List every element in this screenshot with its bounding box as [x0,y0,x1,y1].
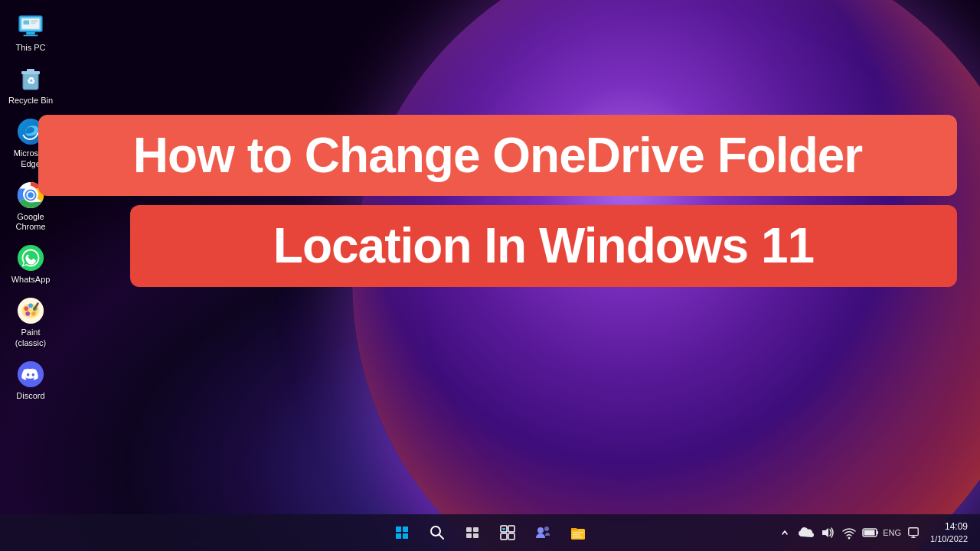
clock-date: 1/10/2022 [930,533,968,545]
svg-point-31 [431,527,440,536]
svg-point-24 [25,311,30,316]
svg-rect-28 [403,527,408,532]
banner-text-line1: How to Change OneDrive Folder [69,129,926,182]
svg-point-44 [544,527,549,531]
system-tray: ENG [776,523,923,542]
svg-rect-27 [396,527,401,532]
file-explorer-button[interactable] [562,517,594,549]
svg-rect-48 [573,536,582,538]
svg-rect-35 [466,533,472,538]
battery-tray-icon[interactable] [861,523,880,542]
svg-line-32 [439,535,443,539]
svg-rect-36 [473,533,479,538]
svg-rect-54 [909,528,918,536]
task-view-button[interactable] [456,517,488,549]
banner-text-line2: Location In Windows 11 [161,219,926,272]
volume-tray-icon[interactable] [818,523,837,542]
taskbar-right: ENG 14:09 1/10/2022 [776,520,974,545]
svg-rect-6 [31,20,38,21]
paint-classic-label: Paint (classic) [7,328,54,347]
svg-rect-53 [864,530,875,536]
svg-point-20 [24,307,28,311]
paint-classic-icon-image [15,295,46,326]
discord-icon-image [15,359,46,390]
display-tray-icon[interactable] [904,523,923,542]
taskbar: ENG 14:09 1/10/2022 [0,514,980,551]
svg-point-50 [848,537,851,540]
search-button[interactable] [421,517,453,549]
network-tray-icon[interactable] [840,523,858,542]
recycle-bin-icon-image: ♻ [15,64,46,94]
svg-rect-30 [403,533,408,539]
svg-point-43 [537,527,544,533]
discord-icon[interactable]: Discord [4,356,57,404]
tray-chevron-button[interactable] [776,523,794,542]
svg-text:♻: ♻ [27,76,35,86]
this-pc-icon[interactable]: This PC [4,8,57,56]
paint-classic-icon[interactable]: Paint (classic) [4,292,57,350]
svg-rect-2 [26,32,34,35]
svg-marker-49 [822,528,828,537]
taskbar-center-icons [386,517,594,549]
recycle-bin-label: Recycle Bin [8,96,53,106]
banner-line1: How to Change OneDrive Folder [38,115,957,196]
this-pc-label: This PC [15,43,45,53]
svg-rect-52 [877,531,878,534]
svg-rect-10 [27,69,34,72]
svg-rect-34 [473,527,479,532]
svg-point-16 [28,192,34,198]
widgets-button[interactable] [492,517,524,549]
svg-rect-38 [508,526,514,532]
svg-rect-29 [396,533,401,539]
svg-point-21 [28,304,33,308]
recycle-bin-icon[interactable]: ♻ Recycle Bin [4,60,57,109]
language-tray-icon[interactable]: ENG [883,523,901,542]
svg-rect-46 [573,532,583,533]
teams-button[interactable] [527,517,559,549]
svg-rect-3 [24,34,38,36]
discord-label: Discord [16,391,44,401]
clock-display[interactable]: 14:09 1/10/2022 [924,520,974,545]
onedrive-tray-icon[interactable] [797,523,815,542]
title-banners: How to Change OneDrive Folder Location I… [38,115,957,287]
svg-rect-39 [501,533,507,540]
svg-rect-40 [508,533,514,540]
this-pc-icon-image [15,11,46,41]
clock-time: 14:09 [930,520,968,533]
start-button[interactable] [386,517,418,549]
svg-rect-7 [31,22,36,24]
banner-line2: Location In Windows 11 [130,205,957,286]
svg-rect-33 [466,527,472,532]
svg-rect-5 [24,20,30,24]
svg-rect-47 [573,534,580,536]
